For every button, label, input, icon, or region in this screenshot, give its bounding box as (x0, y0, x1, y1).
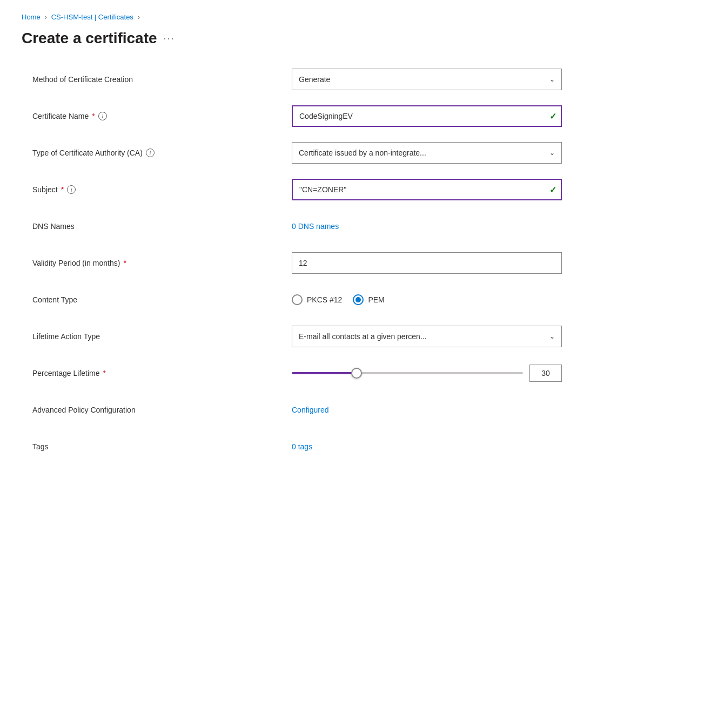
radio-label-pkcs12: PKCS #12 (307, 295, 342, 304)
info-icon-subject[interactable]: i (67, 185, 76, 194)
input-cert-name-wrapper: ✓ (292, 105, 562, 127)
required-star-percentage: * (103, 369, 106, 378)
slider-track-percentage[interactable] (292, 372, 523, 374)
label-lifetime-action: Lifetime Action Type (32, 332, 292, 341)
form-row-tags: Tags 0 tags (32, 436, 616, 457)
input-validity-wrapper (292, 252, 562, 274)
radio-pkcs12[interactable]: PKCS #12 (292, 294, 342, 305)
breadcrumb: Home › CS-HSM-test | Certificates › (22, 13, 696, 21)
page-header: Create a certificate ··· (22, 30, 696, 47)
form-row-cert-name: Certificate Name * i ✓ (32, 105, 616, 127)
select-method-value: Generate (299, 75, 330, 84)
breadcrumb-home[interactable]: Home (22, 13, 41, 21)
required-star-validity: * (123, 259, 126, 267)
radio-label-pem: PEM (368, 295, 384, 304)
create-certificate-form: Method of Certificate Creation Generate … (22, 69, 616, 457)
breadcrumb-certificates[interactable]: CS-HSM-test | Certificates (51, 13, 133, 21)
form-row-subject: Subject * i ✓ (32, 179, 616, 200)
label-tags: Tags (32, 442, 292, 451)
select-lifetime-action-value: E-mail all contacts at a given percen... (299, 332, 427, 341)
control-subject: ✓ (292, 179, 616, 200)
input-subject-wrapper: ✓ (292, 179, 562, 200)
form-row-dns: DNS Names 0 DNS names (32, 215, 616, 237)
chevron-down-icon: ⌄ (549, 76, 555, 83)
form-row-lifetime-action: Lifetime Action Type E-mail all contacts… (32, 326, 616, 347)
chevron-down-icon-lifetime: ⌄ (549, 333, 555, 340)
label-advanced-policy: Advanced Policy Configuration (32, 406, 292, 414)
label-validity: Validity Period (in months) * (32, 259, 292, 267)
control-method: Generate ⌄ (292, 69, 616, 90)
select-method[interactable]: Generate ⌄ (292, 69, 562, 90)
control-advanced-policy: Configured (292, 406, 616, 414)
more-options-icon[interactable]: ··· (164, 33, 175, 44)
form-row-validity: Validity Period (in months) * (32, 252, 616, 274)
chevron-down-icon-ca: ⌄ (549, 149, 555, 157)
tags-link[interactable]: 0 tags (292, 442, 312, 451)
label-content-type: Content Type (32, 295, 292, 304)
label-dns: DNS Names (32, 222, 292, 231)
form-row-advanced-policy: Advanced Policy Configuration Configured (32, 399, 616, 421)
label-subject: Subject * i (32, 185, 292, 194)
advanced-policy-link[interactable]: Configured (292, 406, 329, 414)
label-ca-type: Type of Certificate Authority (CA) i (32, 149, 292, 157)
slider-thumb-percentage[interactable] (351, 368, 362, 379)
check-mark-subject: ✓ (549, 185, 556, 195)
control-validity (292, 252, 616, 274)
required-star-cert-name: * (92, 112, 95, 120)
page-title: Create a certificate (22, 30, 157, 47)
control-ca-type: Certificate issued by a non-integrate...… (292, 142, 616, 164)
select-ca-type-value: Certificate issued by a non-integrate... (299, 149, 426, 157)
control-cert-name: ✓ (292, 105, 616, 127)
required-star-subject: * (61, 185, 64, 194)
slider-container-percentage: 30 (292, 365, 562, 382)
label-percentage: Percentage Lifetime * (32, 369, 292, 378)
form-row-ca-type: Type of Certificate Authority (CA) i Cer… (32, 142, 616, 164)
breadcrumb-separator-2: › (138, 14, 140, 21)
subject-input[interactable] (292, 179, 562, 200)
select-ca-type[interactable]: Certificate issued by a non-integrate...… (292, 142, 562, 164)
radio-pem[interactable]: PEM (353, 294, 384, 305)
dns-names-link[interactable]: 0 DNS names (292, 222, 339, 231)
breadcrumb-separator-1: › (45, 14, 47, 21)
label-method: Method of Certificate Creation (32, 75, 292, 84)
info-icon-ca-type[interactable]: i (146, 149, 155, 157)
cert-name-input[interactable] (292, 105, 562, 127)
radio-circle-pem[interactable] (353, 294, 364, 305)
form-row-content-type: Content Type PKCS #12 PEM (32, 289, 616, 311)
control-dns: 0 DNS names (292, 222, 616, 231)
label-cert-name: Certificate Name * i (32, 112, 292, 120)
slider-value-percentage: 30 (529, 365, 562, 382)
form-row-method: Method of Certificate Creation Generate … (32, 69, 616, 90)
radio-group-content-type: PKCS #12 PEM (292, 294, 616, 305)
form-row-percentage: Percentage Lifetime * 30 (32, 362, 616, 384)
control-content-type: PKCS #12 PEM (292, 294, 616, 305)
control-tags: 0 tags (292, 442, 616, 451)
validity-input[interactable] (292, 252, 562, 274)
control-lifetime-action: E-mail all contacts at a given percen...… (292, 326, 616, 347)
info-icon-cert-name[interactable]: i (98, 112, 107, 120)
control-percentage: 30 (292, 365, 616, 382)
select-lifetime-action[interactable]: E-mail all contacts at a given percen...… (292, 326, 562, 347)
radio-inner-pem (355, 297, 361, 302)
check-mark-cert-name: ✓ (549, 111, 556, 122)
radio-circle-pkcs12[interactable] (292, 294, 303, 305)
